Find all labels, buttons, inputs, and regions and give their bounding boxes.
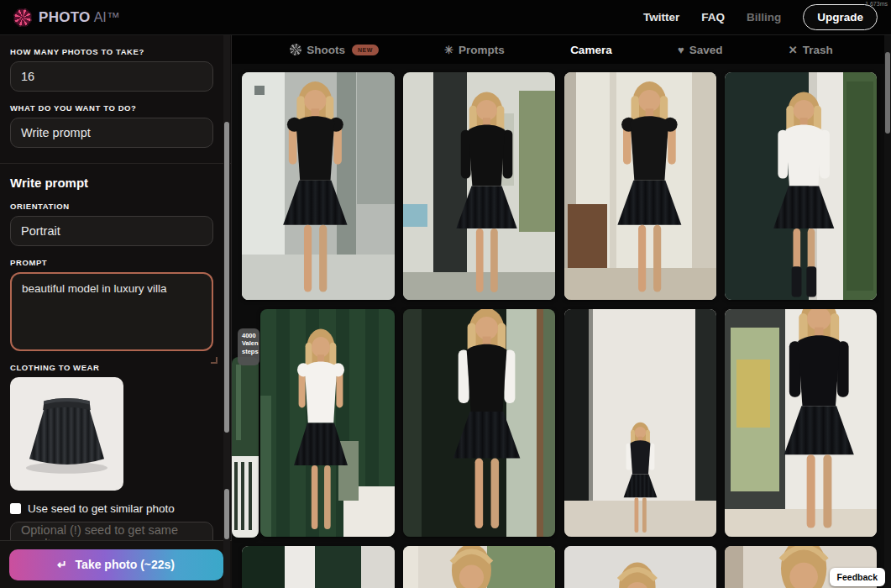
upgrade-button[interactable]: Upgrade [803,4,878,30]
seed-checkbox-row[interactable]: Use seed to get similar photo [10,502,221,515]
brand-name: PHOTO [39,9,91,25]
photo-thumbnail[interactable] [242,546,395,588]
take-photo-label: Take photo (~22s) [76,558,175,571]
tab-label: Shoots [307,44,345,56]
tab-shoots[interactable]: ShootsNEW [290,44,379,56]
photo-thumbnail[interactable] [403,72,555,300]
tab-camera[interactable]: Camera [570,44,612,56]
sidebar-bottom-bar: ↵ Take photo (~22s) [0,540,232,588]
tab-trash[interactable]: ✕Trash [789,44,833,56]
photo-thumbnail[interactable] [564,546,716,588]
orientation-label: ORIENTATION [10,202,221,211]
seed-checkbox-label: Use seed to get similar photo [28,502,175,515]
photo-scene-layer [236,365,241,440]
orientation-select[interactable]: Portrait [10,216,213,246]
photo-thumbnail-partial[interactable] [232,357,259,538]
photo-thumbnail[interactable] [403,309,555,537]
header-nav: Twitter FAQ Billing Upgrade [643,4,878,30]
photo-scene-layer [249,462,252,531]
sidebar-divider [0,163,231,164]
photo-scene-layer [285,546,315,588]
tab-label: Saved [689,44,723,56]
take-photo-button[interactable]: ↵ Take photo (~22s) [9,549,223,580]
nav-twitter[interactable]: Twitter [643,11,679,24]
latency-readout: 1,673ms [865,1,888,7]
prompt-label: PROMPT [10,258,221,267]
photo-thumbnail[interactable] [725,309,877,537]
main-content: ShootsNEW✳PromptsCamera♥Saved✕Trash [232,35,891,588]
action-select[interactable]: Write prompt [10,118,213,148]
seed-checkbox[interactable] [10,503,21,514]
textarea-resize-grip[interactable] [211,357,218,364]
tab-bar: ShootsNEW✳PromptsCamera♥Saved✕Trash [232,35,891,64]
sidebar: HOW MANY PHOTOS TO TAKE? 16 WHAT DO YOU … [0,35,232,588]
sidebar-scrollbar-thumb[interactable] [224,122,229,433]
pleated-skirt-graphic [10,377,123,491]
shoots-pinwheel-icon [290,44,301,55]
prompt-textarea[interactable]: beautiful model in luxury villa [10,272,213,351]
sidebar-scrollbar-thumb-lower[interactable] [224,489,229,539]
app-logo[interactable]: PHOTOAI™ [13,8,120,27]
clothing-image[interactable] [10,377,123,491]
how-many-input[interactable]: 16 [10,61,213,92]
photo-metadata-tooltip: 4000Valensteps [238,328,259,365]
sidebar-scrollbar-track[interactable] [223,35,230,588]
tab-label: Camera [570,44,612,56]
top-bar: PHOTOAI™ Twitter FAQ Billing Upgrade [0,0,891,35]
photo-thumbnail[interactable] [242,72,395,300]
action-label: WHAT DO YOU WANT TO DO? [10,103,221,113]
how-many-label: HOW MANY PHOTOS TO TAKE? [10,47,221,56]
photo-thumbnail[interactable] [260,309,395,537]
photo-thumbnail[interactable] [725,72,877,300]
feedback-button[interactable]: Feedback [830,568,885,586]
return-icon: ↵ [57,558,67,571]
photo-thumbnail[interactable] [564,72,716,300]
logo-pinwheel-icon [13,8,32,27]
nav-faq[interactable]: FAQ [701,11,725,24]
tab-label: Trash [803,44,833,56]
tab-saved[interactable]: ♥Saved [678,44,723,56]
photo-thumbnail[interactable] [403,546,555,588]
trash-x-icon: ✕ [789,44,798,56]
photo-scene-layer [315,546,361,588]
photo-scene-layer [242,546,285,588]
tab-prompts[interactable]: ✳Prompts [444,44,505,56]
photo-scene-layer [241,462,244,531]
new-badge: NEW [352,45,379,55]
nav-billing[interactable]: Billing [747,11,781,24]
main-scrollbar-thumb[interactable] [885,52,890,134]
brand-suffix: AI™ [94,10,120,24]
tab-label: Prompts [459,44,505,56]
prompts-asterisk-icon: ✳ [444,44,453,56]
photo-scene-layer [234,462,238,531]
main-scrollbar-track[interactable] [884,35,891,588]
clothing-label: CLOTHING TO WEAR [10,363,221,372]
saved-heart-icon: ♥ [678,44,684,56]
write-prompt-heading: Write prompt [10,176,221,190]
photo-scene-layer [361,546,395,588]
photo-thumbnail[interactable] [564,309,716,537]
